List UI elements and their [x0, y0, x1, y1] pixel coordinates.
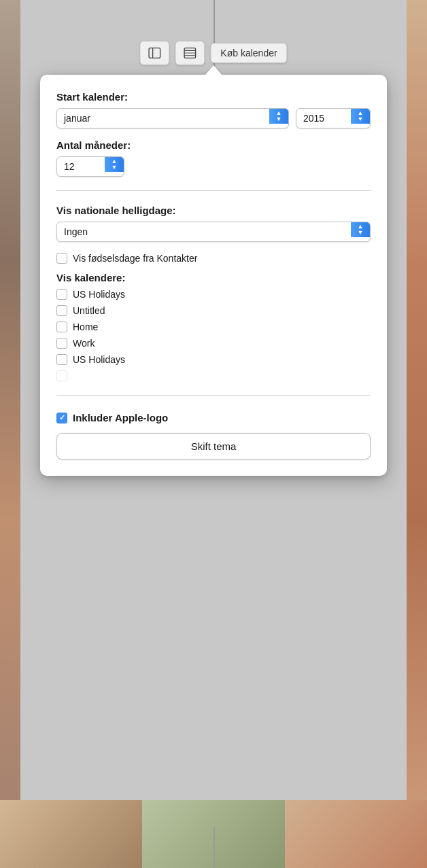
months-count-label: Antal måneder: [56, 139, 371, 151]
bg-strip-left [0, 0, 20, 868]
birthdays-checkbox[interactable] [56, 253, 67, 264]
photo-3 [285, 800, 427, 868]
calendar-item: Work [56, 338, 371, 349]
list-icon [182, 46, 197, 60]
national-holidays-row: Ingen ▲ ▼ [56, 222, 371, 242]
calendar-checkbox-2[interactable] [56, 322, 67, 332]
apple-logo-checkbox[interactable] [56, 413, 67, 423]
buy-calendar-button[interactable]: Køb kalender [210, 43, 287, 63]
popover-wrapper: Start kalender: januar ▲ ▼ 2015 ▲ ▼ Anta… [40, 65, 387, 476]
month-select[interactable]: januar ▲ ▼ [56, 108, 289, 128]
calendar-item: Home [56, 322, 371, 332]
calendar-checkbox-1[interactable] [56, 305, 67, 316]
apple-logo-row: Inkluder Apple-logo [56, 412, 371, 423]
year-spinner[interactable]: ▲ ▼ [351, 109, 370, 124]
start-calendar-row: januar ▲ ▼ 2015 ▲ ▼ [56, 108, 371, 128]
theme-button[interactable]: Skift tema [56, 433, 371, 459]
national-holidays-spinner[interactable]: ▲ ▼ [351, 222, 370, 237]
calendar-checkbox-4[interactable] [56, 354, 67, 365]
sidebar-icon [147, 46, 162, 60]
apple-logo-label: Inkluder Apple-logo [73, 412, 168, 423]
months-count-row: 12 ▲ ▼ [56, 156, 371, 177]
photo-1 [0, 800, 142, 868]
popover: Start kalender: januar ▲ ▼ 2015 ▲ ▼ Anta… [40, 75, 387, 476]
birthdays-row: Vis fødselsdage fra Kontakter [56, 253, 371, 264]
calendar-item: Untitled [56, 305, 371, 316]
svg-rect-0 [149, 48, 160, 58]
year-select[interactable]: 2015 ▲ ▼ [296, 108, 371, 128]
popover-arrow [205, 65, 222, 75]
national-holidays-label: Vis nationale helligdage: [56, 205, 371, 216]
year-value: 2015 [296, 109, 351, 128]
section-divider-1 [56, 190, 371, 191]
list-view-button[interactable] [175, 41, 205, 65]
months-count-value: 12 [57, 157, 105, 176]
year-down-arrow[interactable]: ▼ [358, 116, 364, 122]
month-value: januar [57, 109, 269, 128]
center-line-bottom [214, 827, 215, 868]
national-holidays-select[interactable]: Ingen ▲ ▼ [56, 222, 371, 242]
section-divider-2 [56, 395, 371, 396]
start-calendar-label: Start kalender: [56, 91, 371, 103]
bottom-section: Inkluder Apple-logo Skift tema [56, 409, 371, 459]
calendar-item: US Holidays [56, 354, 371, 365]
calendar-label-1: Untitled [73, 305, 105, 316]
calendar-item: US Holidays [56, 289, 371, 300]
bg-strip-right [407, 0, 427, 868]
month-down-arrow[interactable]: ▼ [276, 116, 282, 122]
calendar-item-partial [56, 370, 371, 381]
calendar-label-3: Work [73, 338, 95, 349]
national-holidays-down-arrow[interactable]: ▼ [358, 230, 364, 236]
calendars-label: Vis kalendere: [56, 272, 371, 283]
month-spinner[interactable]: ▲ ▼ [269, 109, 288, 124]
calendar-label-0: US Holidays [73, 289, 125, 300]
calendars-list: US HolidaysUntitledHomeWorkUS Holidays [56, 289, 371, 381]
calendar-checkbox-partial[interactable] [56, 370, 67, 381]
sidebar-button[interactable] [139, 41, 169, 65]
months-spinner[interactable]: ▲ ▼ [105, 157, 124, 172]
calendar-checkbox-3[interactable] [56, 338, 67, 349]
calendar-label-2: Home [73, 322, 98, 332]
toolbar: Køb kalender [139, 41, 287, 65]
calendar-label-4: US Holidays [73, 354, 125, 365]
months-down-arrow[interactable]: ▼ [112, 164, 118, 171]
months-count-select[interactable]: 12 ▲ ▼ [56, 156, 124, 177]
national-holidays-value: Ingen [57, 222, 351, 241]
birthdays-label: Vis fødselsdage fra Kontakter [73, 253, 197, 264]
calendar-checkbox-0[interactable] [56, 289, 67, 300]
